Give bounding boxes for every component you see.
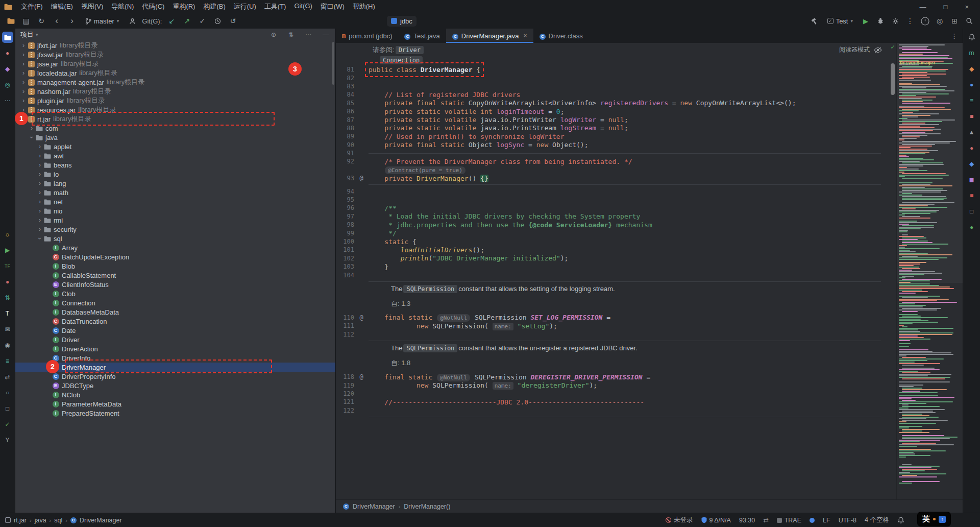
plugin-brick-icon[interactable]: ■: [966, 190, 977, 201]
annotation-gutter-icon[interactable]: @: [354, 314, 369, 321]
code-line-82[interactable]: 82: [336, 74, 889, 82]
menu-窗口(W)[interactable]: 窗口(W): [316, 1, 349, 12]
chevron-right-icon[interactable]: ›: [36, 161, 44, 169]
project-selector[interactable]: jdbc: [387, 16, 416, 27]
plugin-red-icon[interactable]: ■: [966, 111, 977, 122]
tab-DriverManager.java[interactable]: CDriverManager.java×: [446, 29, 533, 43]
code-line-121[interactable]: 121 //--------------------------JDBC 2.0…: [336, 398, 889, 406]
editor-scrollbar[interactable]: ✓: [889, 43, 896, 499]
menu-文件(F)[interactable]: 文件(F): [17, 1, 47, 12]
chevron-right-icon[interactable]: ›: [36, 143, 44, 150]
menu-Git(G)[interactable]: Git(G): [290, 1, 316, 12]
tree-item-DriverAction[interactable]: ›IDriverAction: [15, 344, 335, 353]
chevron-down-icon[interactable]: ›: [36, 234, 43, 243]
notifications-icon[interactable]: [966, 32, 977, 43]
status-item-TRAE[interactable]: TRAE: [773, 517, 805, 524]
menu-重构(R)[interactable]: 重构(R): [168, 1, 199, 12]
tree-item-Driver[interactable]: ›IDriver: [15, 335, 335, 344]
tree-item-PreparedStatement[interactable]: ›IPreparedStatement: [15, 409, 335, 418]
doc-code-chip[interactable]: SQLPermission: [403, 344, 457, 352]
tree-item-DatabaseMetaData[interactable]: ›IDatabaseMetaData: [15, 307, 335, 317]
menu-构建(B)[interactable]: 构建(B): [199, 1, 229, 12]
code-line-100[interactable]: 100 static {: [336, 237, 889, 246]
code-line-104[interactable]: 104: [336, 271, 889, 279]
menu-编辑(E)[interactable]: 编辑(E): [47, 1, 77, 12]
tree-item-plugin.jar[interactable]: ›plugin.jarlibrary根目录: [15, 96, 335, 105]
tab-Driver.class[interactable]: CDriver.class: [533, 29, 589, 43]
code-line-111[interactable]: 111 new SQLPermission( name: "setLog");: [336, 322, 889, 330]
gradle-icon[interactable]: ◆: [966, 63, 977, 75]
tab-pom.xml (jdbc)[interactable]: mpom.xml (jdbc): [336, 29, 398, 43]
tree-item-rmi[interactable]: ›rmi: [15, 215, 335, 225]
tree-item-Blob[interactable]: ›IBlob: [15, 261, 335, 271]
circle-tool-icon[interactable]: ○: [2, 387, 13, 398]
menu-工具(T)[interactable]: 工具(T): [260, 1, 290, 12]
code-line-85[interactable]: 85 private final static CopyOnWriteArray…: [336, 99, 889, 107]
code-line-94[interactable]: 94: [336, 187, 889, 195]
problems-check-icon[interactable]: ✓: [2, 419, 13, 430]
code-line-118[interactable]: 118@ final static @NotNull SQLPermission…: [336, 373, 889, 381]
chevron-right-icon[interactable]: ›: [36, 171, 44, 178]
save-all-icon[interactable]: ▤: [20, 15, 32, 27]
status-item-bell[interactable]: [893, 517, 909, 524]
menu-运行(U)[interactable]: 运行(U): [230, 1, 260, 12]
tree-item-beans[interactable]: ›beans: [15, 160, 335, 170]
debug-tool-icon[interactable]: ●: [2, 276, 13, 288]
tab-Test.java[interactable]: CTest.java: [398, 29, 446, 43]
breadcrumb-item[interactable]: DriverManager: [353, 503, 395, 510]
code-line-88[interactable]: 88 private static volatile java.io.Print…: [336, 124, 889, 132]
tree-item-localedata.jar[interactable]: ›localedata.jarlibrary根目录: [15, 68, 335, 78]
code-line-95[interactable]: 95: [336, 196, 889, 204]
scrollbar-thumb[interactable]: [891, 63, 895, 95]
nav-breadcrumb-item[interactable]: rt.jar: [14, 517, 27, 524]
minimize-button[interactable]: —: [920, 3, 926, 11]
nav-breadcrumb-item[interactable]: java: [35, 517, 46, 524]
code-line-87[interactable]: 87 private static volatile java.io.Print…: [336, 115, 889, 124]
status-item-93:30[interactable]: 93:30: [735, 517, 759, 524]
chevron-right-icon[interactable]: ›: [19, 42, 28, 49]
status-item-flip[interactable]: ⇄: [759, 516, 772, 524]
push-icon[interactable]: ↗: [181, 15, 192, 27]
tree-item-DataTruncation[interactable]: ›CDataTruncation: [15, 317, 335, 326]
locate-file-icon[interactable]: ⊕: [269, 31, 278, 38]
project-panel-title[interactable]: 项目: [20, 30, 34, 39]
plugin-outline-icon[interactable]: □: [966, 206, 977, 217]
inspections-ok-icon[interactable]: ✓: [889, 44, 896, 51]
nav-breadcrumb-item[interactable]: DriverManager: [80, 517, 122, 524]
find-tool-icon[interactable]: ◎: [2, 79, 13, 90]
tree-item-management-agent.jar[interactable]: ›management-agent.jarlibrary根目录: [15, 78, 335, 87]
tree-scrollbar[interactable]: [332, 42, 334, 85]
tree-item-Connection[interactable]: ›IConnection: [15, 298, 335, 307]
tree-item-Array[interactable]: ›IArray: [15, 243, 335, 252]
chevron-right-icon[interactable]: ›: [36, 152, 44, 159]
nav-breadcrumb-item[interactable]: sql: [54, 517, 62, 524]
forward-icon[interactable]: ›: [66, 15, 78, 27]
tree-item-sql[interactable]: ›sql: [15, 234, 335, 243]
ai-assistant-icon[interactable]: ◎: [934, 15, 945, 27]
chevron-right-icon[interactable]: ›: [36, 226, 44, 233]
doc-code-chip[interactable]: Connection: [380, 56, 423, 64]
chevron-right-icon[interactable]: ›: [28, 125, 36, 132]
tree-item-BatchUpdateException[interactable]: ›CBatchUpdateException: [15, 252, 335, 261]
code-line-92[interactable]: 92 /* Prevent the DriverManager class fr…: [336, 157, 889, 165]
chevron-right-icon[interactable]: ›: [36, 198, 44, 205]
sync-icon[interactable]: ↻: [36, 15, 47, 27]
menu-导航(N)[interactable]: 导航(N): [107, 1, 138, 12]
tree-item-security[interactable]: ›security: [15, 225, 335, 234]
run-tool-icon[interactable]: ▶: [2, 245, 13, 256]
watch-icon[interactable]: ◉: [2, 340, 13, 351]
code-line-103[interactable]: 103 }: [336, 262, 889, 271]
plugin-purple-icon[interactable]: ◼: [966, 174, 977, 185]
code-line-inlay[interactable]: @Contract(pure = true): [336, 166, 889, 174]
annotation-gutter-icon[interactable]: @: [354, 373, 369, 380]
tree-item-JDBCType[interactable]: ›EJDBCType: [15, 381, 335, 390]
status-item-LF[interactable]: LF: [819, 517, 835, 524]
doc-code-chip[interactable]: Driver: [396, 46, 424, 54]
plugin-dot-icon[interactable]: ●: [966, 142, 977, 154]
project-tool-icon[interactable]: [2, 32, 13, 43]
app-icon[interactable]: [4, 4, 12, 10]
status-item-UTF-8[interactable]: UTF-8: [835, 517, 861, 524]
collaborators-icon[interactable]: [127, 15, 138, 27]
tree-item-applet[interactable]: ›applet: [15, 142, 335, 151]
run-button[interactable]: ▶: [860, 15, 871, 27]
